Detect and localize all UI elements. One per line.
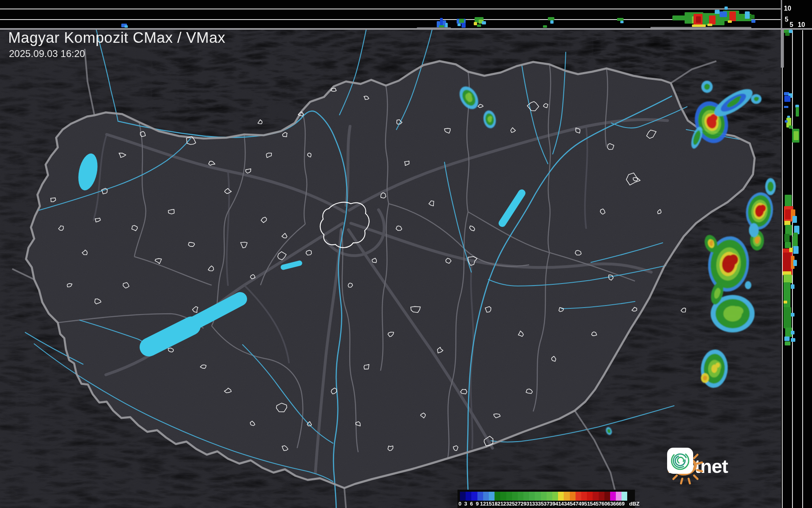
metnet-logo[interactable]: metnet	[667, 447, 732, 485]
radar-cell	[749, 223, 759, 237]
legend-tick-label: 69	[619, 501, 624, 507]
dbz-colorbar	[460, 492, 627, 501]
profile-echo-pixel	[782, 29, 784, 68]
legend-stop	[506, 492, 512, 501]
radar-cell	[701, 81, 713, 93]
legend-tick-label: 66	[613, 501, 619, 507]
legend-tick-label: 43	[561, 501, 567, 507]
legend-stop	[466, 492, 471, 501]
right-profile-strip	[781, 0, 812, 508]
profile-echo-pixel	[791, 313, 794, 317]
legend-stop	[587, 492, 593, 501]
profile-echo-pixel	[784, 336, 790, 341]
legend-stop	[599, 492, 604, 501]
legend-tick-label: 39	[549, 501, 555, 507]
timestamp: 2025.09.03 16:20	[9, 48, 85, 59]
profile-echo-pixel	[784, 234, 790, 242]
legend-tick-label: 51	[584, 501, 590, 507]
profile-echo-pixel	[794, 131, 799, 140]
dbz-legend: 0369121518212325272931333537394143454749…	[457, 490, 635, 508]
profile-echo-pixel	[793, 260, 797, 266]
top-profile-strip	[0, 0, 781, 29]
profile-echo-pixel	[789, 248, 793, 252]
profile-echo-pixel	[620, 21, 624, 23]
profile-echo-pixel	[785, 120, 788, 123]
profile-echo-pixel	[792, 216, 797, 223]
legend-stop	[547, 492, 552, 501]
profile-echo-pixel	[784, 221, 790, 225]
page-title: Magyar Kompozit CMax / VMax	[8, 29, 225, 46]
radar-cell	[765, 178, 776, 195]
radar-cell	[751, 94, 762, 104]
legend-stop	[512, 492, 518, 501]
legend-tick-label: 60	[602, 501, 607, 507]
legend-tick-label: 3	[464, 501, 467, 507]
profile-echo-pixel	[125, 25, 128, 28]
profile-echo-pixel	[792, 236, 798, 247]
legend-stop	[564, 492, 569, 501]
legend-tick-label: 0	[458, 501, 461, 507]
profile-echo-pixel	[791, 331, 794, 334]
legend-stop	[622, 492, 627, 501]
legend-stop	[489, 492, 495, 501]
legend-stop	[529, 492, 535, 501]
legend-tick-label: 41	[555, 501, 561, 507]
profile-echo-pixel	[707, 24, 712, 26]
profile-echo-pixel	[749, 15, 755, 19]
profile-echo-pixel	[715, 10, 720, 14]
legend-tick-label: 57	[596, 501, 602, 507]
profile-echo-pixel	[789, 125, 792, 129]
legend-stop	[535, 492, 541, 501]
legend-stop	[471, 492, 477, 501]
top-axis-5km-label: 5	[785, 16, 788, 23]
profile-echo-pixel	[784, 275, 792, 283]
legend-tick-label: 54	[590, 501, 595, 507]
profile-echo-pixel	[783, 271, 791, 275]
profile-echo-pixel	[784, 96, 790, 102]
profile-echo-pixel	[474, 22, 477, 25]
profile-echo-pixel	[784, 301, 787, 303]
profile-echo-pixel	[784, 307, 791, 328]
radar-cell	[745, 281, 751, 289]
profile-echo-pixel	[787, 116, 790, 118]
legend-tick-label: 23	[503, 501, 509, 507]
profile-echo-pixel	[745, 11, 750, 19]
legend-tick-label: 31	[526, 501, 532, 507]
legend-tick-label: 37	[544, 501, 549, 507]
legend-stop	[576, 492, 581, 501]
legend-tick-label: 21	[497, 501, 503, 507]
radar-composite-app: Magyar Kompozit CMax / VMax 2025.09.03 1…	[0, 0, 812, 508]
profile-echo-pixel	[785, 209, 791, 219]
legend-tick-label: 15	[486, 501, 492, 507]
legend-stop	[523, 492, 529, 501]
profile-echo-pixel	[789, 30, 792, 33]
legend-stop	[604, 492, 610, 501]
profile-echo-pixel	[785, 341, 790, 345]
legend-stop	[570, 492, 576, 501]
profile-echo-pixel	[784, 106, 788, 108]
legend-tick-label: 29	[521, 501, 526, 507]
profile-echo-pixel	[793, 246, 799, 254]
profile-echo-pixel	[724, 7, 728, 10]
legend-tick-label: 18	[492, 501, 497, 507]
profile-echo-pixel	[728, 20, 732, 23]
legend-stop	[616, 492, 622, 501]
legend-stop	[541, 492, 547, 501]
legend-tick-label: 45	[567, 501, 573, 507]
legend-stop	[518, 492, 523, 501]
legend-tick-label: 35	[538, 501, 544, 507]
profile-echo-pixel	[795, 105, 799, 108]
profile-echo-pixel	[550, 20, 554, 24]
radar-cell	[701, 373, 709, 383]
legend-unit-label: dBZ	[629, 501, 639, 507]
profile-echo-pixel	[692, 24, 706, 27]
profile-echo-pixel	[709, 15, 716, 24]
profile-echo-pixel	[462, 23, 466, 28]
legend-stop	[610, 492, 616, 501]
profile-echo-pixel	[457, 24, 461, 26]
profile-echo-pixel	[751, 20, 755, 23]
legend-stop	[483, 492, 489, 501]
legend-stop	[558, 492, 564, 501]
legend-tick-label: 49	[578, 501, 584, 507]
legend-stop	[500, 492, 506, 501]
